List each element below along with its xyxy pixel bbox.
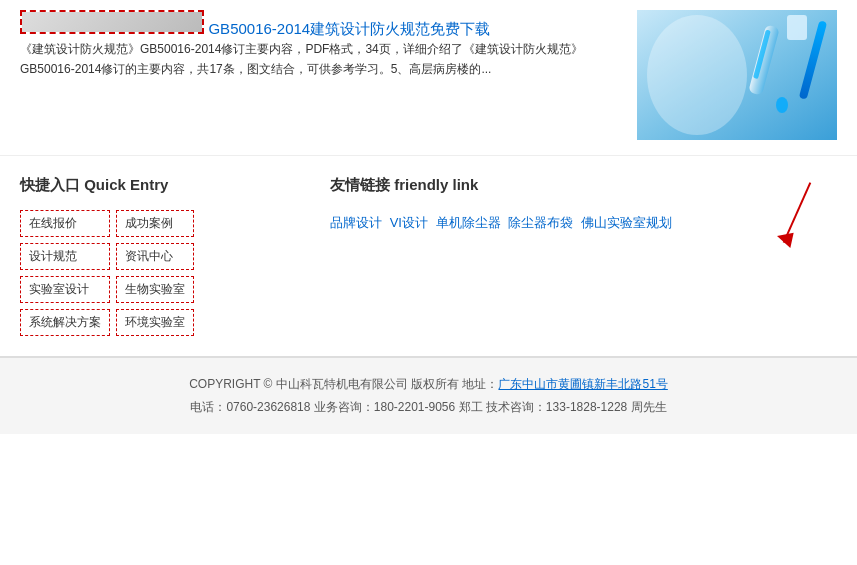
quick-entry-section: 快捷入口 Quick Entry 在线报价 成功案例 设计规范 资讯中心 实验室… xyxy=(20,176,300,336)
friendly-link-vi-design[interactable]: VI设计 xyxy=(390,215,428,230)
footer-address-link[interactable]: 广东中山市黄圃镇新丰北路51号 xyxy=(498,377,667,391)
friendly-link-brand-design[interactable]: 品牌设计 xyxy=(330,215,382,230)
red-arrow-icon xyxy=(757,176,837,256)
top-section: GB50016-2014建筑设计防火规范免费下载 《建筑设计防火规范》GB500… xyxy=(0,0,857,156)
friendly-link-dust-bag[interactable]: 除尘器布袋 xyxy=(508,215,573,230)
article-content: GB50016-2014建筑设计防火规范免费下载 《建筑设计防火规范》GB500… xyxy=(20,10,617,140)
quick-link-lab-design[interactable]: 实验室设计 xyxy=(20,276,110,303)
svg-point-1 xyxy=(647,15,747,135)
quick-link-env-lab[interactable]: 环境实验室 xyxy=(116,309,194,336)
friendly-links-list: 品牌设计 VI设计 单机除尘器 除尘器布袋 佛山实验室规划 xyxy=(330,210,727,236)
middle-section: 快捷入口 Quick Entry 在线报价 成功案例 设计规范 资讯中心 实验室… xyxy=(0,156,857,357)
quick-links-grid: 在线报价 成功案例 设计规范 资讯中心 实验室设计 生物实验室 系统解决方案 环… xyxy=(20,210,194,336)
article-description: 《建筑设计防火规范》GB50016-2014修订主要内容，PDF格式，34页，详… xyxy=(20,39,617,80)
friendly-link-foshan-lab[interactable]: 佛山实验室规划 xyxy=(581,215,672,230)
article-image-border xyxy=(20,10,204,34)
friendly-link-dust-collector[interactable]: 单机除尘器 xyxy=(436,215,501,230)
friendly-links-section: 友情链接 friendly link 品牌设计 VI设计 单机除尘器 除尘器布袋… xyxy=(330,176,727,336)
quick-entry-title: 快捷入口 Quick Entry xyxy=(20,176,300,195)
arrow-decoration xyxy=(757,176,837,336)
svg-marker-6 xyxy=(777,233,794,248)
footer-copyright-line: COPYRIGHT © 中山科瓦特机电有限公司 版权所有 地址：广东中山市黄圃镇… xyxy=(20,373,837,396)
footer-contact-line: 电话：0760-23626818 业务咨询：180-2201-9056 郑工 技… xyxy=(20,396,837,419)
quick-link-news-center[interactable]: 资讯中心 xyxy=(116,243,194,270)
quick-link-bio-lab[interactable]: 生物实验室 xyxy=(116,276,194,303)
quick-link-online-quote[interactable]: 在线报价 xyxy=(20,210,110,237)
footer: COPYRIGHT © 中山科瓦特机电有限公司 版权所有 地址：广东中山市黄圃镇… xyxy=(0,357,857,434)
lab-image-container xyxy=(637,10,837,140)
article-title-link[interactable]: GB50016-2014建筑设计防火规范免费下载 xyxy=(208,20,490,37)
quick-link-success-cases[interactable]: 成功案例 xyxy=(116,210,194,237)
lab-image xyxy=(637,10,837,140)
quick-link-design-specs[interactable]: 设计规范 xyxy=(20,243,110,270)
svg-point-4 xyxy=(776,97,788,113)
friendly-links-title: 友情链接 friendly link xyxy=(330,176,727,195)
copyright-text: COPYRIGHT © 中山科瓦特机电有限公司 版权所有 地址： xyxy=(189,377,498,391)
quick-link-system-solution[interactable]: 系统解决方案 xyxy=(20,309,110,336)
svg-line-5 xyxy=(784,183,811,243)
